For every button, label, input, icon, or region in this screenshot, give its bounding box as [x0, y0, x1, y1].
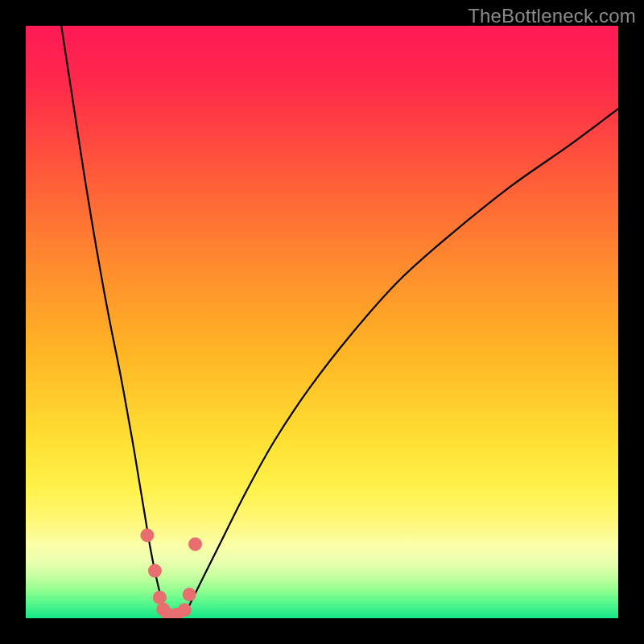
- chart-frame: TheBottleneck.com: [0, 0, 644, 644]
- data-point: [140, 528, 154, 542]
- data-point: [178, 603, 192, 617]
- plot-area: [26, 26, 618, 618]
- data-point: [153, 591, 167, 605]
- data-point: [188, 538, 202, 551]
- bottleneck-curve: [61, 26, 618, 616]
- watermark-text: TheBottleneck.com: [468, 5, 636, 27]
- curve-layer: [26, 26, 618, 618]
- data-point: [148, 564, 162, 578]
- data-point: [183, 588, 196, 601]
